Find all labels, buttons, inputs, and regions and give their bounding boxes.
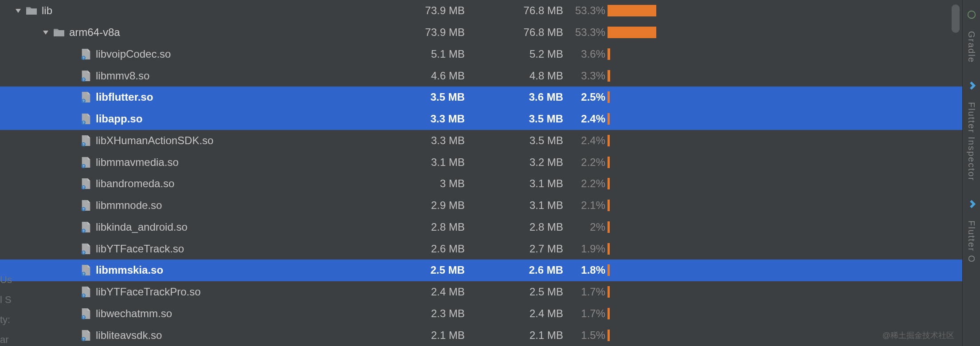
folder-icon <box>53 28 65 37</box>
download-size: 2.6 MB <box>488 264 563 276</box>
raw-size: 5.1 MB <box>389 48 465 60</box>
file-tree[interactable]: lib73.9 MB76.8 MB53.3%arm64-v8a73.9 MB76… <box>0 0 962 346</box>
tool-window-stripe: Gradle Flutter Inspector Flutter O <box>962 0 980 346</box>
raw-size: 4.6 MB <box>389 70 465 82</box>
file-name: libapp.so <box>96 113 142 125</box>
percent: 53.3% <box>565 4 605 17</box>
svg-text:?: ? <box>82 229 84 233</box>
table-row[interactable]: ?libmmv8.so4.6 MB4.8 MB3.3% <box>0 65 962 86</box>
download-size: 3.1 MB <box>488 199 563 212</box>
table-row[interactable]: ?libapp.so3.3 MB3.5 MB2.4% <box>0 108 962 130</box>
table-row[interactable]: ?libXHumanActionSDK.so3.3 MB3.5 MB2.4% <box>0 130 962 152</box>
raw-size: 73.9 MB <box>389 4 465 17</box>
file-name: libvoipCodec.so <box>96 48 171 60</box>
scrollbar-thumb[interactable] <box>952 4 960 33</box>
table-row[interactable]: arm64-v8a73.9 MB76.8 MB53.3% <box>0 22 962 43</box>
table-row[interactable]: lib73.9 MB76.8 MB53.3% <box>0 0 962 22</box>
file-name: libflutter.so <box>96 91 153 103</box>
file-name: libYTFaceTrack.so <box>96 243 184 255</box>
table-row[interactable]: ?libYTFaceTrack.so2.6 MB2.7 MB1.9% <box>0 238 962 260</box>
flutter-outline-icon[interactable] <box>967 199 976 209</box>
size-bar <box>608 91 656 103</box>
raw-size: 3.3 MB <box>389 134 465 147</box>
file-name: libmmavmedia.so <box>96 156 179 169</box>
table-row[interactable]: ?libmmnode.so2.9 MB3.1 MB2.1% <box>0 195 962 216</box>
download-size: 2.5 MB <box>488 286 563 298</box>
side-label-gradle[interactable]: Gradle <box>966 31 976 63</box>
raw-size: 2.4 MB <box>389 286 465 298</box>
raw-size: 3.3 MB <box>389 113 465 125</box>
file-name: arm64-v8a <box>69 26 120 39</box>
svg-text:?: ? <box>82 251 84 255</box>
download-size: 3.2 MB <box>488 156 563 169</box>
gradle-icon[interactable] <box>967 10 976 20</box>
svg-text:?: ? <box>82 294 84 298</box>
file-name: libmmv8.so <box>96 70 149 82</box>
percent: 2.5% <box>565 91 605 103</box>
table-row[interactable]: ?libliteavsdk.so2.1 MB2.1 MB1.5% <box>0 324 962 346</box>
size-bar <box>608 156 656 169</box>
raw-size: 2.3 MB <box>389 307 465 320</box>
download-size: 2.8 MB <box>488 221 563 233</box>
size-bar <box>608 329 656 342</box>
table-row[interactable]: ?libflutter.so3.5 MB3.6 MB2.5% <box>0 86 962 108</box>
table-row[interactable]: ?libmmavmedia.so3.1 MB3.2 MB2.2% <box>0 151 962 173</box>
file-icon: ? <box>81 221 91 233</box>
svg-text:?: ? <box>82 207 84 211</box>
download-size: 3.5 MB <box>488 113 563 125</box>
file-icon: ? <box>81 286 91 298</box>
file-icon: ? <box>81 135 91 146</box>
percent: 53.3% <box>565 26 605 39</box>
percent: 1.7% <box>565 307 605 320</box>
percent: 2.2% <box>565 177 605 190</box>
size-bar <box>608 113 656 125</box>
svg-text:?: ? <box>82 272 84 276</box>
percent: 1.7% <box>565 286 605 298</box>
download-size: 2.4 MB <box>488 307 563 320</box>
size-bar <box>608 243 656 255</box>
file-icon: ? <box>81 157 91 168</box>
raw-size: 3.1 MB <box>389 156 465 169</box>
file-icon: ? <box>81 48 91 60</box>
download-size: 76.8 MB <box>488 4 563 17</box>
file-icon: ? <box>81 91 91 103</box>
svg-text:?: ? <box>82 186 84 190</box>
file-name: libliteavsdk.so <box>96 329 162 342</box>
file-name: libmmskia.so <box>96 264 163 276</box>
raw-size: 2.6 MB <box>389 243 465 255</box>
raw-size: 3 MB <box>389 177 465 190</box>
table-row[interactable]: ?libandromeda.so3 MB3.1 MB2.2% <box>0 173 962 195</box>
percent: 2.4% <box>565 134 605 147</box>
svg-text:?: ? <box>82 121 84 125</box>
svg-text:?: ? <box>82 142 84 146</box>
file-icon: ? <box>81 264 91 276</box>
table-row[interactable]: ?libYTFaceTrackPro.so2.4 MB2.5 MB1.7% <box>0 281 962 303</box>
size-bar <box>608 70 656 82</box>
percent: 1.9% <box>565 243 605 255</box>
expand-arrow-icon[interactable] <box>41 29 53 36</box>
side-label-flutter-outline[interactable]: Flutter O <box>966 220 976 263</box>
svg-point-30 <box>968 11 975 19</box>
raw-size: 2.8 MB <box>389 221 465 233</box>
size-bar <box>608 286 656 298</box>
download-size: 5.2 MB <box>488 48 563 60</box>
percent: 2% <box>565 221 605 233</box>
percent: 2.2% <box>565 156 605 169</box>
percent: 1.8% <box>565 264 605 276</box>
size-bar <box>608 264 656 276</box>
percent: 1.5% <box>565 329 605 342</box>
percent: 3.6% <box>565 48 605 60</box>
file-name: lib <box>42 4 52 17</box>
flutter-icon[interactable] <box>967 81 976 90</box>
size-bar <box>608 26 656 39</box>
download-size: 3.1 MB <box>488 177 563 190</box>
side-label-flutter-inspector[interactable]: Flutter Inspector <box>966 102 976 181</box>
size-bar <box>608 4 656 17</box>
file-icon: ? <box>81 113 91 125</box>
table-row[interactable]: ?libvoipCodec.so5.1 MB5.2 MB3.6% <box>0 43 962 65</box>
expand-arrow-icon[interactable] <box>13 7 26 14</box>
table-row[interactable]: ?libmmskia.so2.5 MB2.6 MB1.8% <box>0 260 962 281</box>
table-row[interactable]: ?libwechatmm.so2.3 MB2.4 MB1.7% <box>0 303 962 325</box>
svg-text:?: ? <box>82 315 84 319</box>
table-row[interactable]: ?libkinda_android.so2.8 MB2.8 MB2% <box>0 216 962 238</box>
